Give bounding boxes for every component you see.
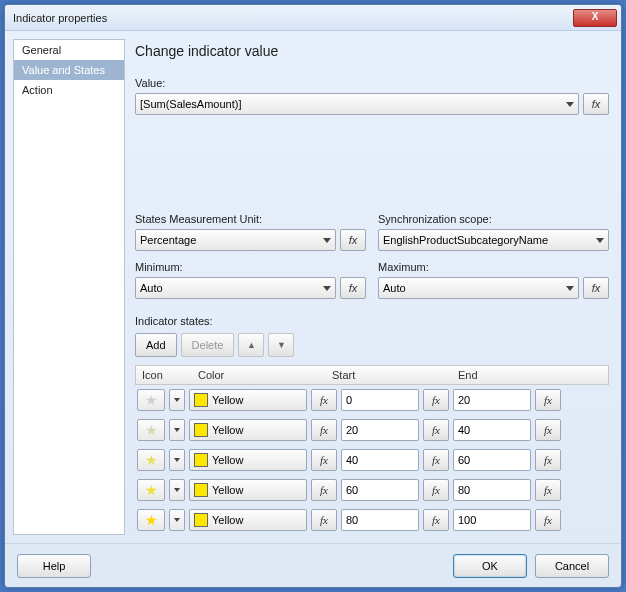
- state-end-fx-button[interactable]: fx: [535, 419, 561, 441]
- state-icon-picker[interactable]: ★: [137, 479, 165, 501]
- state-end-fx-button[interactable]: fx: [535, 479, 561, 501]
- maximum-label: Maximum:: [378, 261, 609, 273]
- state-end-input[interactable]: 60: [453, 449, 531, 471]
- minimum-fx-button[interactable]: fx: [340, 277, 366, 299]
- chevron-down-icon: [566, 102, 574, 107]
- state-color-text: Yellow: [212, 454, 298, 466]
- sidebar-item-general[interactable]: General: [14, 40, 124, 60]
- state-color-combo[interactable]: Yellow: [189, 419, 307, 441]
- dialog-body: General Value and States Action Change i…: [5, 31, 621, 543]
- value-label: Value:: [135, 77, 609, 89]
- close-button[interactable]: X: [573, 9, 617, 27]
- chevron-down-icon: [174, 398, 180, 402]
- state-icon-dropdown[interactable]: [169, 419, 185, 441]
- state-color-combo[interactable]: Yellow: [189, 449, 307, 471]
- sync-scope-combo[interactable]: EnglishProductSubcategoryName: [378, 229, 609, 251]
- state-color-fx-button[interactable]: fx: [311, 479, 337, 501]
- state-color-fx-button[interactable]: fx: [311, 509, 337, 531]
- state-color-text: Yellow: [212, 424, 298, 436]
- state-end-fx-button[interactable]: fx: [535, 449, 561, 471]
- col-icon: Icon: [136, 369, 192, 381]
- minimum-combo[interactable]: Auto: [135, 277, 336, 299]
- state-end-input[interactable]: 20: [453, 389, 531, 411]
- arrow-up-icon: ▲: [247, 340, 256, 350]
- state-icon-dropdown[interactable]: [169, 479, 185, 501]
- state-color-combo[interactable]: Yellow: [189, 389, 307, 411]
- delete-button[interactable]: Delete: [181, 333, 235, 357]
- star-icon: ★: [145, 393, 158, 407]
- star-icon: ★: [145, 453, 158, 467]
- color-swatch: [194, 513, 208, 527]
- state-start-fx-button[interactable]: fx: [423, 509, 449, 531]
- state-row: ★Yellowfx60fx80fx: [135, 475, 609, 505]
- state-color-fx-button[interactable]: fx: [311, 389, 337, 411]
- move-down-button[interactable]: ▼: [268, 333, 294, 357]
- dialog-footer: Help OK Cancel: [5, 543, 621, 587]
- sidebar: General Value and States Action: [13, 39, 125, 535]
- state-start-input[interactable]: 0: [341, 389, 419, 411]
- state-end-fx-button[interactable]: fx: [535, 389, 561, 411]
- add-button[interactable]: Add: [135, 333, 177, 357]
- value-combo[interactable]: [Sum(SalesAmount)]: [135, 93, 579, 115]
- minimum-label: Minimum:: [135, 261, 366, 273]
- color-swatch: [194, 423, 208, 437]
- state-start-fx-button[interactable]: fx: [423, 419, 449, 441]
- state-start-input[interactable]: 20: [341, 419, 419, 441]
- state-start-fx-button[interactable]: fx: [423, 449, 449, 471]
- state-icon-picker[interactable]: ★: [137, 449, 165, 471]
- state-end-input[interactable]: 40: [453, 419, 531, 441]
- chevron-down-icon: [174, 428, 180, 432]
- main-panel: Change indicator value Value: [Sum(Sales…: [135, 39, 613, 535]
- state-icon-dropdown[interactable]: [169, 449, 185, 471]
- color-swatch: [194, 393, 208, 407]
- help-button[interactable]: Help: [17, 554, 91, 578]
- sidebar-item-action[interactable]: Action: [14, 80, 124, 100]
- state-start-fx-button[interactable]: fx: [423, 479, 449, 501]
- state-row: ★Yellowfx80fx100fx: [135, 505, 609, 535]
- col-end: End: [452, 369, 608, 381]
- state-row: ★Yellowfx40fx60fx: [135, 445, 609, 475]
- dialog-window: Indicator properties X General Value and…: [4, 4, 622, 588]
- ok-button[interactable]: OK: [453, 554, 527, 578]
- state-start-input[interactable]: 60: [341, 479, 419, 501]
- state-end-fx-button[interactable]: fx: [535, 509, 561, 531]
- state-icon-dropdown[interactable]: [169, 509, 185, 531]
- sidebar-item-value-and-states[interactable]: Value and States: [14, 60, 124, 80]
- cancel-button[interactable]: Cancel: [535, 554, 609, 578]
- chevron-down-icon: [174, 518, 180, 522]
- state-row: ★Yellowfx0fx20fx: [135, 385, 609, 415]
- state-icon-picker[interactable]: ★: [137, 509, 165, 531]
- state-start-fx-button[interactable]: fx: [423, 389, 449, 411]
- move-up-button[interactable]: ▲: [238, 333, 264, 357]
- state-color-text: Yellow: [212, 514, 298, 526]
- value-combo-text: [Sum(SalesAmount)]: [140, 98, 562, 110]
- chevron-down-icon: [596, 238, 604, 243]
- measurement-combo[interactable]: Percentage: [135, 229, 336, 251]
- state-start-input[interactable]: 80: [341, 509, 419, 531]
- chevron-down-icon: [323, 286, 331, 291]
- value-fx-button[interactable]: fx: [583, 93, 609, 115]
- state-color-combo[interactable]: Yellow: [189, 509, 307, 531]
- measurement-fx-button[interactable]: fx: [340, 229, 366, 251]
- state-start-input[interactable]: 40: [341, 449, 419, 471]
- state-color-fx-button[interactable]: fx: [311, 449, 337, 471]
- star-icon: ★: [145, 483, 158, 497]
- chevron-down-icon: [174, 458, 180, 462]
- state-color-fx-button[interactable]: fx: [311, 419, 337, 441]
- color-swatch: [194, 483, 208, 497]
- state-end-input[interactable]: 80: [453, 479, 531, 501]
- col-start: Start: [326, 369, 452, 381]
- star-icon: ★: [145, 513, 158, 527]
- state-color-text: Yellow: [212, 484, 298, 496]
- state-end-input[interactable]: 100: [453, 509, 531, 531]
- state-icon-picker[interactable]: ★: [137, 419, 165, 441]
- maximum-fx-button[interactable]: fx: [583, 277, 609, 299]
- titlebar: Indicator properties X: [5, 5, 621, 31]
- state-color-text: Yellow: [212, 394, 298, 406]
- maximum-combo[interactable]: Auto: [378, 277, 579, 299]
- state-icon-picker[interactable]: ★: [137, 389, 165, 411]
- state-icon-dropdown[interactable]: [169, 389, 185, 411]
- state-color-combo[interactable]: Yellow: [189, 479, 307, 501]
- state-row: ★Yellowfx20fx40fx: [135, 415, 609, 445]
- sync-scope-label: Synchronization scope:: [378, 213, 609, 225]
